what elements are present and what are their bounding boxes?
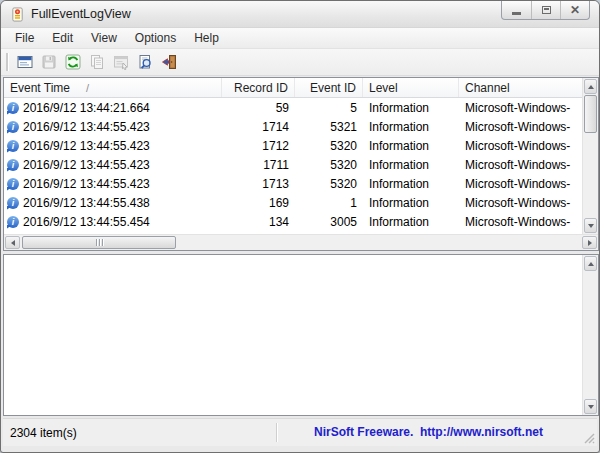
information-icon: i <box>7 216 19 228</box>
scroll-down-button[interactable] <box>584 218 597 233</box>
detail-scroll-down-button[interactable] <box>584 399 597 414</box>
channel-cell: Microsoft-Windows- <box>459 120 582 134</box>
information-icon: i <box>7 140 19 152</box>
item-count-label: 2304 item(s) <box>10 426 77 440</box>
record-id-cell: 1711 <box>222 158 295 172</box>
event-time-cell: 2016/9/12 13:44:55.423 <box>23 120 150 134</box>
event-id-cell: 5 <box>295 101 363 115</box>
find-icon <box>137 54 153 70</box>
minimize-button[interactable] <box>502 1 531 19</box>
table-row[interactable]: i 2016/9/12 13:44:21.664 59 5 Informatio… <box>4 98 582 117</box>
maximize-button[interactable] <box>531 1 560 19</box>
properties-icon <box>113 54 129 70</box>
list-header: Event Time / Record ID Event ID Level Ch… <box>4 78 582 98</box>
information-icon: i <box>7 102 19 114</box>
event-time-cell: 2016/9/12 13:44:21.664 <box>23 101 150 115</box>
table-row[interactable]: i 2016/9/12 13:44:55.438 169 1 Informati… <box>4 193 582 212</box>
menu-view[interactable]: View <box>82 29 126 47</box>
sort-ascending-icon: / <box>86 82 89 94</box>
channel-cell: Microsoft-Windows- <box>459 139 582 153</box>
resize-grip-icon[interactable] <box>582 431 595 444</box>
scroll-left-button[interactable] <box>5 236 20 249</box>
level-cell: Information <box>363 196 459 210</box>
information-icon: i <box>7 178 19 190</box>
event-id-cell: 3005 <box>295 215 363 229</box>
menu-options[interactable]: Options <box>126 29 185 47</box>
list-vertical-scrollbar[interactable] <box>582 78 598 234</box>
save-button[interactable] <box>37 51 61 74</box>
advanced-options-icon <box>17 54 33 70</box>
column-header-event-id[interactable]: Event ID <box>295 78 363 97</box>
horizontal-scroll-thumb[interactable] <box>22 236 176 249</box>
event-id-cell: 5320 <box>295 139 363 153</box>
detail-scroll-up-button[interactable] <box>584 256 597 271</box>
status-bar: 2304 item(s) NirSoft Freeware. http://ww… <box>3 418 597 446</box>
event-time-cell: 2016/9/12 13:44:55.438 <box>23 196 150 210</box>
exit-icon <box>161 54 177 70</box>
record-id-cell: 1713 <box>222 177 295 191</box>
save-icon <box>41 54 57 70</box>
nirsoft-link[interactable]: NirSoft Freeware. http://www.nirsoft.net <box>314 425 543 439</box>
level-cell: Information <box>363 177 459 191</box>
detail-pane <box>3 254 599 416</box>
table-row[interactable]: i 2016/9/12 13:44:55.423 1713 5320 Infor… <box>4 174 582 193</box>
refresh-button[interactable] <box>61 51 85 74</box>
channel-cell: Microsoft-Windows- <box>459 101 582 115</box>
channel-cell: Microsoft-Windows- <box>459 177 582 191</box>
record-id-cell: 169 <box>222 196 295 210</box>
arrow-left-icon <box>11 240 15 246</box>
thumb-grip-icon <box>96 239 97 246</box>
column-header-event-time[interactable]: Event Time / <box>4 78 222 97</box>
column-header-record-id[interactable]: Record ID <box>222 78 295 97</box>
table-row[interactable]: i 2016/9/12 13:44:55.423 1714 5321 Infor… <box>4 117 582 136</box>
event-time-cell: 2016/9/12 13:44:55.423 <box>23 177 150 191</box>
event-time-cell: 2016/9/12 13:44:55.454 <box>23 215 150 229</box>
event-id-cell: 5320 <box>295 158 363 172</box>
title-bar[interactable]: FullEventLogView ✕ <box>1 1 599 28</box>
channel-cell: Microsoft-Windows- <box>459 215 582 229</box>
table-row[interactable]: i 2016/9/12 13:44:55.454 134 3005 Inform… <box>4 212 582 231</box>
level-cell: Information <box>363 139 459 153</box>
level-cell: Information <box>363 101 459 115</box>
information-icon: i <box>7 197 19 209</box>
channel-cell: Microsoft-Windows- <box>459 158 582 172</box>
menu-edit[interactable]: Edit <box>43 29 82 47</box>
record-id-cell: 134 <box>222 215 295 229</box>
app-window: FullEventLogView ✕ File Edit View Option… <box>0 0 600 453</box>
event-id-cell: 5320 <box>295 177 363 191</box>
minimize-icon <box>512 12 521 15</box>
find-button[interactable] <box>133 51 157 74</box>
scroll-right-button[interactable] <box>582 236 597 249</box>
copy-icon <box>89 54 105 70</box>
close-button[interactable]: ✕ <box>560 1 589 19</box>
list-horizontal-scrollbar[interactable] <box>4 234 598 250</box>
event-time-cell: 2016/9/12 13:44:55.423 <box>23 158 150 172</box>
column-header-level[interactable]: Level <box>363 78 459 97</box>
level-cell: Information <box>363 215 459 229</box>
arrow-down-icon <box>588 224 594 228</box>
level-cell: Information <box>363 120 459 134</box>
menu-bar: File Edit View Options Help <box>1 28 599 48</box>
exit-button[interactable] <box>157 51 181 74</box>
toolbar <box>1 48 599 76</box>
event-id-cell: 5321 <box>295 120 363 134</box>
column-header-channel[interactable]: Channel <box>459 78 582 97</box>
arrow-right-icon <box>588 240 592 246</box>
advanced-options-button[interactable] <box>13 51 37 74</box>
level-cell: Information <box>363 158 459 172</box>
detail-vertical-scrollbar[interactable] <box>582 255 598 415</box>
vertical-scroll-thumb[interactable] <box>584 95 597 133</box>
table-row[interactable]: i 2016/9/12 13:44:55.423 1711 5320 Infor… <box>4 155 582 174</box>
copy-button[interactable] <box>85 51 109 74</box>
menu-help[interactable]: Help <box>185 29 228 47</box>
arrow-up-icon <box>588 85 594 89</box>
properties-button[interactable] <box>109 51 133 74</box>
menu-file[interactable]: File <box>6 29 43 47</box>
arrow-down-icon <box>588 405 594 409</box>
window-controls: ✕ <box>501 1 590 20</box>
arrow-up-icon <box>588 262 594 266</box>
record-id-cell: 1714 <box>222 120 295 134</box>
scroll-up-button[interactable] <box>584 79 597 94</box>
information-icon: i <box>7 159 19 171</box>
table-row[interactable]: i 2016/9/12 13:44:55.423 1712 5320 Infor… <box>4 136 582 155</box>
